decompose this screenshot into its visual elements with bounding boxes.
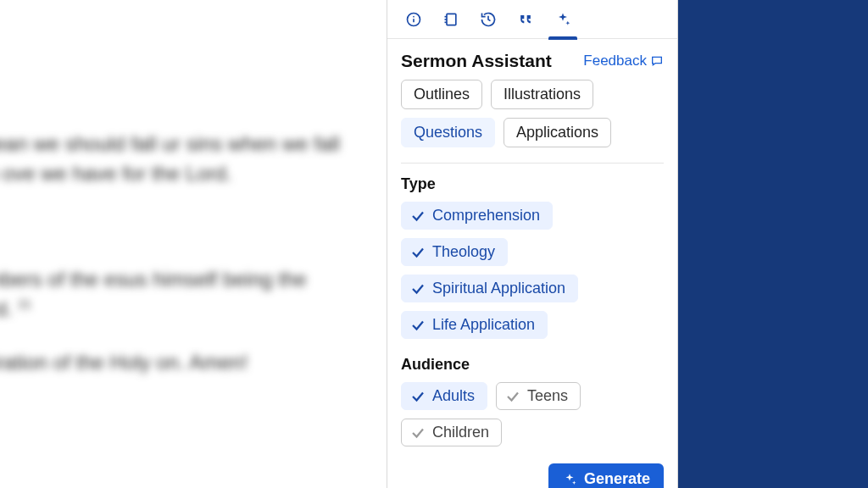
check-icon: [410, 389, 426, 404]
sparkle-icon: [562, 472, 577, 487]
quote-tab-icon[interactable]: [508, 0, 543, 39]
generate-label: Generate: [584, 470, 650, 488]
history-tab-icon[interactable]: [470, 0, 506, 39]
type-life-label: Life Application: [432, 316, 535, 334]
type-theology[interactable]: Theology: [401, 238, 508, 266]
type-life[interactable]: Life Application: [401, 311, 548, 339]
document-area: your life? But that doesn't mean we shou…: [0, 0, 387, 488]
audience-adults[interactable]: Adults: [401, 382, 487, 410]
type-comprehension[interactable]: Comprehension: [401, 202, 553, 230]
check-icon: [410, 245, 426, 260]
audience-children-label: Children: [432, 424, 489, 441]
sermon-assistant-panel: Sermon Assistant Feedback Outlines Illus…: [387, 0, 678, 488]
right-background-strip: [678, 0, 868, 488]
type-spiritual-label: Spiritual Application: [432, 280, 565, 297]
chat-icon: [650, 54, 664, 68]
check-icon: [410, 208, 426, 224]
info-tab-icon[interactable]: [396, 0, 431, 39]
mode-applications[interactable]: Applications: [504, 118, 611, 147]
audience-section-label: Audience: [401, 356, 664, 374]
check-icon: [410, 281, 426, 297]
check-icon: [505, 389, 520, 404]
mode-illustrations[interactable]: Illustrations: [491, 80, 593, 109]
audience-children[interactable]: Children: [401, 419, 502, 446]
check-icon: [410, 318, 426, 333]
type-toggle-group: Comprehension Theology Spiritual Applica…: [401, 202, 664, 339]
type-comprehension-label: Comprehension: [432, 207, 540, 225]
feedback-link[interactable]: Feedback: [583, 53, 664, 69]
svg-point-2: [413, 15, 415, 17]
check-icon: [410, 425, 426, 441]
mode-chip-group: Outlines Illustrations Questions Applica…: [401, 80, 664, 147]
svg-rect-3: [447, 14, 456, 25]
audience-teens[interactable]: Teens: [496, 382, 581, 410]
mode-outlines[interactable]: Outlines: [401, 80, 482, 109]
generate-button[interactable]: Generate: [548, 463, 664, 488]
divider: [401, 163, 664, 164]
audience-adults-label: Adults: [432, 387, 475, 405]
type-spiritual[interactable]: Spiritual Application: [401, 274, 578, 302]
type-theology-label: Theology: [432, 243, 495, 261]
audience-toggle-group: Adults Teens Children: [401, 382, 664, 446]
sparkle-tab-icon[interactable]: [545, 0, 581, 39]
document-text: your life? But that doesn't mean we shou…: [0, 0, 387, 402]
feedback-label: Feedback: [583, 53, 647, 69]
panel-title: Sermon Assistant: [401, 51, 552, 71]
type-section-label: Type: [401, 175, 664, 193]
panel-tab-bar: [387, 0, 677, 39]
mode-questions[interactable]: Questions: [401, 118, 495, 147]
audience-teens-label: Teens: [527, 387, 568, 405]
notebook-tab-icon[interactable]: [433, 0, 469, 39]
